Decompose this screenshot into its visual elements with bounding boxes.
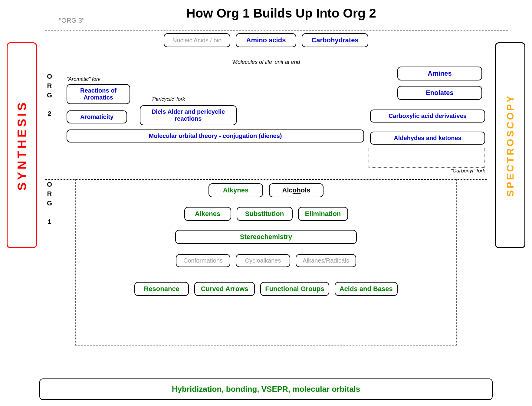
org2-label: ORG2	[47, 72, 52, 119]
alkenes-box: Alkenes	[184, 207, 231, 221]
nucleic-acids-box: Nucleic Acids / bio	[164, 33, 230, 47]
bottom-boxes-row: Resonance Curved Arrows Functional Group…	[39, 282, 493, 296]
aldehydes-row: Aldehydes and ketones	[370, 132, 485, 145]
aldehydes-box: Aldehydes and ketones	[370, 132, 485, 145]
amino-acids-box: Amino acids	[236, 33, 296, 47]
carbonyl-dotted-region	[369, 148, 485, 168]
enolates-box: Enolates	[397, 86, 482, 100]
functional-groups-box: Functional Groups	[260, 282, 329, 296]
top-dashed-line	[45, 30, 508, 31]
hybridization-box: Hybridization, bonding, VSEPR, molecular…	[39, 378, 493, 400]
amines-box: Amines	[397, 67, 482, 80]
diels-alder-box: Diels Alder and pericyclic reactions	[140, 105, 237, 125]
resonance-box: Resonance	[134, 282, 189, 296]
hybridization-text: Hybridization, bonding, VSEPR, molecular…	[172, 385, 360, 394]
carbohydrates-box: Carbohydrates	[302, 33, 368, 47]
main-container: How Org 1 Builds Up Into Org 2 "ORG 3" S…	[0, 0, 532, 406]
alkynes-box: Alkynes	[209, 183, 263, 197]
molecules-life-label: 'Molecules of life' unit at end	[232, 59, 300, 65]
conformations-row: Conformations Cycloalkanes Alkanes/Radic…	[0, 254, 532, 267]
diels-alder-row: Diels Alder and pericyclic reactions	[140, 105, 237, 125]
stereochemistry-row: Stereochemistry	[0, 230, 532, 244]
pericyclic-fork-label: 'Pericyclic' fork	[151, 96, 185, 102]
page-title: How Org 1 Builds Up Into Org 2	[36, 6, 526, 21]
aromaticity-box: Aromaticity	[67, 110, 127, 123]
carboxylic-acid-box: Carboxylic acid derivatives	[370, 110, 485, 123]
cycloalkanes-box: Cycloalkanes	[236, 254, 290, 267]
carbonyl-fork-label: "Carbonyl" fork	[451, 168, 485, 174]
alkanes-radicals-box: Alkanes/Radicals	[296, 254, 356, 267]
org3-label: "ORG 3"	[59, 17, 84, 25]
molecular-orbital-box: Molecular orbital theory - conjugation (…	[67, 129, 364, 142]
synthesis-text: SYNTHESIS	[15, 100, 29, 191]
stereochemistry-box: Stereochemistry	[175, 230, 357, 244]
molecules-life-text: 'Molecules of life' unit at end	[0, 59, 532, 65]
curved-arrows-box: Curved Arrows	[194, 282, 255, 296]
reactions-aromatics-row: Reactions of Aromatics	[67, 84, 130, 104]
elimination-box: Elimination	[298, 207, 348, 221]
top-boxes-row: Nucleic Acids / bio Amino acids Carbohyd…	[85, 33, 447, 47]
substitution-box: Substitution	[237, 207, 293, 221]
aromatic-fork-label: "Aromatic" fork	[67, 76, 100, 82]
carboxylic-acid-row: Carboxylic acid derivatives	[370, 110, 485, 123]
acids-bases-box: Acids and Bases	[335, 282, 398, 296]
aromaticity-row: Aromaticity	[67, 110, 127, 123]
reactions-aromatics-box: Reactions of Aromatics	[67, 84, 130, 104]
alkynes-alcohols-row: Alkynes Alcohols	[0, 183, 532, 197]
molecular-orbital-row: Molecular orbital theory - conjugation (…	[67, 129, 364, 142]
conformations-box: Conformations	[176, 254, 230, 267]
spectroscopy-text: SPECTROSCOPY	[505, 94, 516, 197]
alkenes-row: Alkenes Substitution Elimination	[0, 207, 532, 221]
alcohols-box: Alcohols	[269, 183, 323, 197]
right-column: Amines Enolates	[397, 67, 482, 100]
org2-text: ORG2	[47, 72, 52, 119]
